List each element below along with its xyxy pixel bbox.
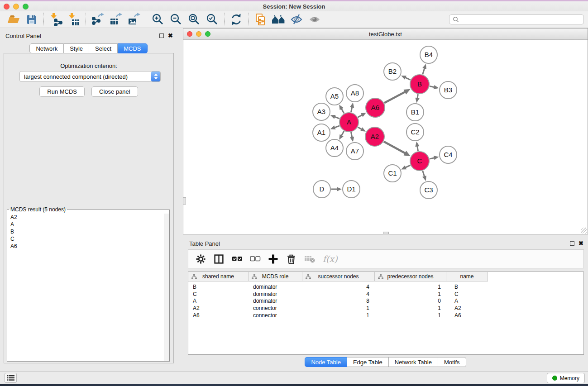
graph-node-D[interactable]: D (313, 181, 330, 198)
export-network-icon[interactable] (89, 12, 107, 27)
tab-network-table[interactable]: Network Table (389, 357, 438, 367)
trash-icon[interactable] (286, 253, 297, 265)
task-history-list-icon[interactable] (5, 373, 17, 383)
column-header-shared-name[interactable]: shared name (188, 272, 249, 281)
delete-table-icon[interactable] (304, 253, 315, 265)
tab-style[interactable]: Style (64, 43, 89, 53)
show-all-eye-icon[interactable] (306, 12, 324, 27)
close-panel-icon[interactable]: ✖ (578, 241, 583, 246)
graph-edge-B-B2[interactable] (405, 77, 411, 80)
table-row[interactable]: A6connector11A6 (188, 312, 583, 319)
graph-edge-A-A5[interactable] (341, 109, 344, 113)
graph-edge-B-B1[interactable] (417, 94, 418, 98)
mcds-result-item[interactable]: A6 (8, 243, 163, 250)
split-divider-handle[interactable] (383, 232, 389, 234)
graph-node-A2[interactable]: A2 (365, 127, 384, 146)
tab-motifs[interactable]: Motifs (438, 357, 466, 367)
graph-node-D1[interactable]: D1 (343, 181, 360, 198)
export-table-icon[interactable] (107, 12, 125, 27)
column-header-successor-nodes[interactable]: successor nodes (302, 272, 375, 281)
refresh-icon[interactable] (227, 12, 245, 27)
gear-icon[interactable] (195, 253, 206, 265)
graph-edge-C-C2[interactable] (417, 146, 418, 151)
graph-edge-A-A6[interactable] (358, 115, 362, 117)
graph-node-A3[interactable]: A3 (313, 103, 330, 120)
zoom-out-icon[interactable] (167, 12, 185, 27)
graph-node-B4[interactable]: B4 (420, 46, 437, 63)
column-header-predecessor-nodes[interactable]: predecessor nodes (375, 272, 446, 281)
graph-node-A8[interactable]: A8 (346, 85, 363, 102)
save-session-icon[interactable] (23, 12, 41, 27)
graph-node-C2[interactable]: C2 (406, 124, 424, 141)
window-resize-grip[interactable] (581, 228, 587, 234)
graph-node-A1[interactable]: A1 (313, 124, 330, 141)
graph-node-C3[interactable]: C3 (420, 181, 437, 199)
float-panel-icon[interactable] (570, 241, 574, 246)
graph-node-B1[interactable]: B1 (406, 104, 424, 121)
import-table-icon[interactable] (65, 12, 83, 27)
graph-node-A7[interactable]: A7 (346, 143, 363, 160)
table-row[interactable]: A2connector11A2 (188, 305, 583, 312)
graph-edge-A-A4[interactable] (341, 131, 344, 136)
column-header-name[interactable]: name (446, 272, 488, 281)
result-scrollbar[interactable] (164, 214, 169, 361)
graph-node-C4[interactable]: C4 (440, 146, 457, 163)
graph-node-A5[interactable]: A5 (326, 88, 343, 105)
float-panel-icon[interactable] (159, 33, 164, 38)
zoom-selected-icon[interactable] (203, 12, 221, 27)
run-mcds-button[interactable]: Run MCDS (39, 86, 85, 97)
add-icon[interactable] (268, 253, 279, 265)
deselect-all-checkboxes-icon[interactable] (249, 253, 261, 265)
close-panel-button[interactable]: Close panel (91, 86, 138, 97)
table-row[interactable]: Adominator80A (188, 297, 583, 305)
graph-edge-C-C1[interactable] (405, 165, 410, 167)
network-graph-canvas[interactable]: B4B2BB3A8A5A6A3B1AC2A1A2A4A7C4CC1C3DD1 (183, 40, 588, 234)
graph-edge-A-A2[interactable] (358, 127, 362, 129)
graph-node-C[interactable]: C (410, 152, 429, 171)
tab-select[interactable]: Select (89, 43, 118, 53)
mcds-result-item[interactable]: A2 (8, 214, 163, 221)
hide-selected-eye-slash-icon[interactable] (287, 12, 306, 27)
zoom-fit-icon[interactable] (185, 12, 203, 27)
graph-edge-A-A8[interactable] (351, 107, 352, 112)
graph-edge-A-A1[interactable] (335, 126, 339, 128)
graph-edge-B-B3[interactable] (430, 86, 435, 87)
graph-edge-C-C3[interactable] (423, 171, 425, 176)
tab-mcds[interactable]: MCDS (118, 43, 147, 53)
optimization-criterion-dropdown[interactable]: largest connected component (directed) (19, 71, 161, 82)
split-divider-handle[interactable] (183, 197, 186, 205)
column-header-MCDS-role[interactable]: MCDS role (249, 272, 302, 281)
tab-edge-table[interactable]: Edge Table (347, 357, 389, 367)
memory-button[interactable]: Memory (547, 373, 585, 383)
tab-node-table[interactable]: Node Table (305, 357, 347, 367)
graph-node-B2[interactable]: B2 (384, 63, 401, 80)
graph-node-B3[interactable]: B3 (440, 81, 457, 99)
graph-node-B[interactable]: B (410, 75, 429, 94)
table-row[interactable]: Cdominator41C (188, 291, 583, 298)
mcds-result-item[interactable]: A (8, 221, 163, 228)
copy-network-icon[interactable] (251, 12, 269, 27)
columns-icon[interactable] (213, 253, 225, 265)
search-input[interactable] (459, 15, 583, 24)
graph-node-A[interactable]: A (339, 113, 359, 132)
table-row[interactable]: Bdominator41B (188, 283, 583, 291)
mcds-result-item[interactable]: C (8, 235, 163, 243)
select-all-checkboxes-icon[interactable] (231, 253, 243, 265)
graph-edge-A-A3[interactable] (335, 117, 339, 119)
export-image-icon[interactable] (125, 12, 143, 27)
tab-network[interactable]: Network (29, 43, 64, 53)
graph-edge-A2-C[interactable] (384, 142, 406, 153)
function-builder-icon[interactable]: f(x) (323, 254, 338, 264)
zoom-in-icon[interactable] (149, 12, 167, 27)
double-house-icon[interactable] (269, 12, 287, 27)
graph-node-A4[interactable]: A4 (326, 139, 343, 157)
graph-node-A6[interactable]: A6 (366, 98, 385, 117)
graph-edge-A6-B[interactable] (384, 92, 405, 103)
graph-edge-A-A7[interactable] (351, 132, 352, 138)
close-panel-icon[interactable]: ✖ (168, 33, 173, 38)
open-session-icon[interactable] (5, 12, 23, 27)
graph-node-C1[interactable]: C1 (384, 165, 401, 182)
graph-edge-C-C4[interactable] (430, 158, 435, 159)
graph-edge-B-B4[interactable] (423, 68, 425, 75)
mcds-result-item[interactable]: B (8, 228, 163, 235)
